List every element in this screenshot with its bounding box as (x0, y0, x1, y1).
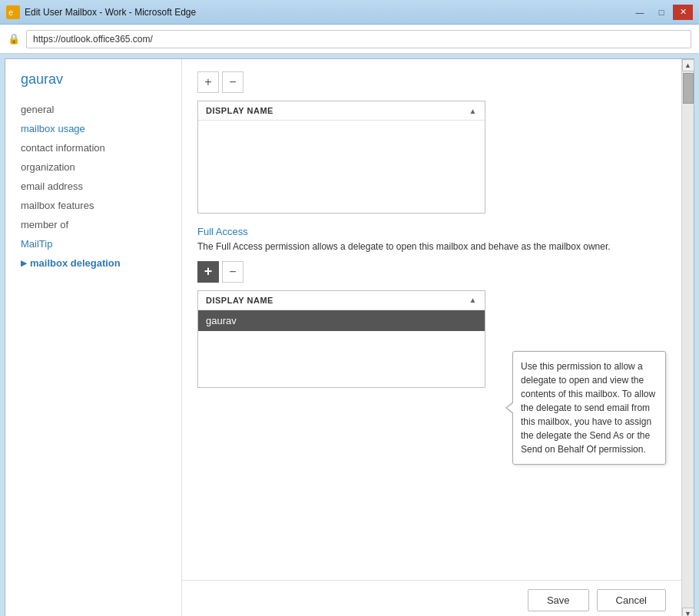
footer: Save Cancel (182, 580, 681, 616)
main-window: gaurav general mailbox usage contact inf… (5, 58, 694, 616)
section1-add-button[interactable]: + (197, 71, 219, 93)
section1-table: DISPLAY NAME ▲ (197, 101, 485, 214)
save-button[interactable]: Save (528, 589, 589, 611)
content-area: + − DISPLAY NAME ▲ Full Access The Full … (182, 59, 681, 616)
scrollbar[interactable]: ▲ ▼ (681, 59, 694, 616)
scroll-down-button[interactable]: ▼ (682, 608, 694, 616)
sidebar-item-mailbox-features[interactable]: mailbox features (5, 196, 181, 215)
full-access-remove-button[interactable]: − (222, 261, 243, 283)
title-bar-left: e Edit User Mailbox - Work - Microsoft E… (6, 5, 196, 19)
maximize-button[interactable]: □ (651, 5, 671, 20)
full-access-table: DISPLAY NAME ▲ gaurav (197, 290, 485, 388)
table-row[interactable]: gaurav (198, 310, 485, 331)
sidebar: gaurav general mailbox usage contact inf… (5, 59, 182, 616)
sidebar-item-organization[interactable]: organization (5, 157, 181, 177)
full-access-add-button[interactable]: + (197, 261, 219, 283)
scrollbar-thumb[interactable] (683, 73, 694, 104)
section1-remove-button[interactable]: − (222, 71, 243, 93)
minimize-button[interactable]: — (630, 5, 650, 20)
section1-table-body (198, 121, 485, 213)
address-bar: 🔒 (0, 25, 699, 54)
svg-text:e: e (8, 8, 13, 17)
sidebar-username: gaurav (5, 71, 181, 100)
full-access-desc: The Full Access permission allows a dele… (197, 240, 666, 253)
full-access-controls: + − (197, 261, 666, 283)
window-title: Edit User Mailbox - Work - Microsoft Edg… (25, 7, 196, 18)
sidebar-item-mailtip[interactable]: MailTip (5, 234, 181, 253)
tooltip-box: Use this permission to allow a delegate … (512, 351, 666, 465)
section1-controls: + − (197, 71, 666, 93)
tooltip-arrow (505, 402, 513, 414)
sidebar-item-mailbox-usage[interactable]: mailbox usage (5, 119, 181, 138)
sidebar-item-mailbox-delegation[interactable]: mailbox delegation (5, 253, 181, 273)
close-button[interactable]: ✕ (673, 5, 693, 20)
section1-table-header: DISPLAY NAME ▲ (198, 101, 485, 121)
scroll-up-button[interactable]: ▲ (682, 59, 694, 71)
full-access-table-body: gaurav (198, 310, 485, 387)
url-input[interactable] (26, 30, 691, 48)
full-access-sort-arrow-icon[interactable]: ▲ (469, 296, 477, 304)
sidebar-item-email-address[interactable]: email address (5, 177, 181, 196)
sidebar-item-general[interactable]: general (5, 100, 181, 119)
cancel-button[interactable]: Cancel (597, 589, 666, 611)
sort-arrow-icon[interactable]: ▲ (469, 107, 477, 115)
sidebar-nav: general mailbox usage contact informatio… (5, 100, 181, 273)
browser-icon: e (6, 5, 20, 19)
sidebar-item-contact-information[interactable]: contact information (5, 138, 181, 157)
sidebar-item-member-of[interactable]: member of (5, 215, 181, 234)
full-access-title: Full Access (197, 226, 666, 237)
window-controls[interactable]: — □ ✕ (630, 5, 693, 20)
scrollbar-track[interactable] (682, 71, 694, 608)
title-bar: e Edit User Mailbox - Work - Microsoft E… (0, 0, 699, 25)
lock-icon: 🔒 (8, 33, 20, 45)
full-access-table-header: DISPLAY NAME ▲ (198, 291, 485, 310)
